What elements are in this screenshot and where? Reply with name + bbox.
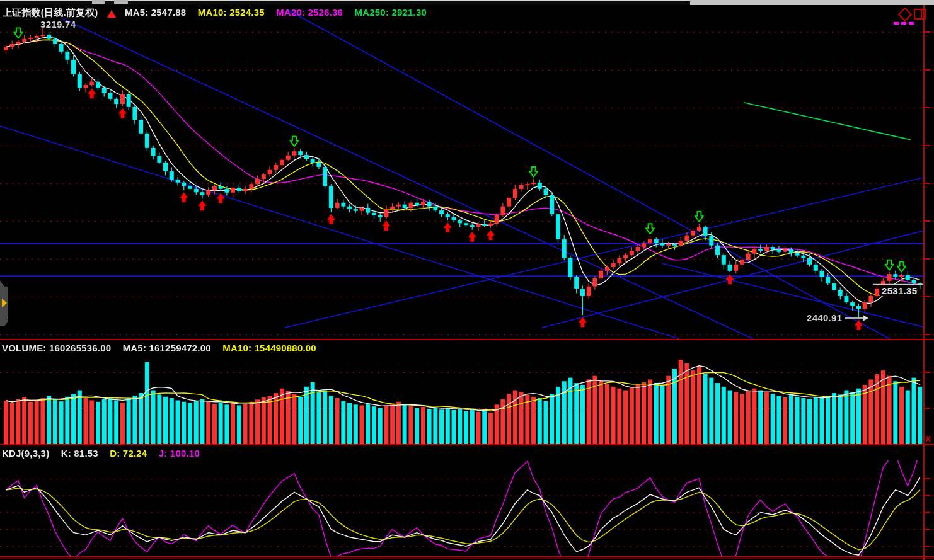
expander-arrow-icon (2, 299, 7, 307)
left-panel-expander[interactable] (0, 281, 8, 326)
trading-app-window: 上证指数(日线.前复权) MA5: 2547.88 MA10: 2524.35 … (0, 0, 934, 560)
chart-canvas[interactable] (0, 0, 934, 560)
close-pane-icon[interactable]: X (925, 434, 931, 444)
toolbar-bottom-strip-right (690, 0, 934, 5)
toolbar-tab (114, 0, 128, 4)
toolbar-tab (92, 0, 105, 4)
